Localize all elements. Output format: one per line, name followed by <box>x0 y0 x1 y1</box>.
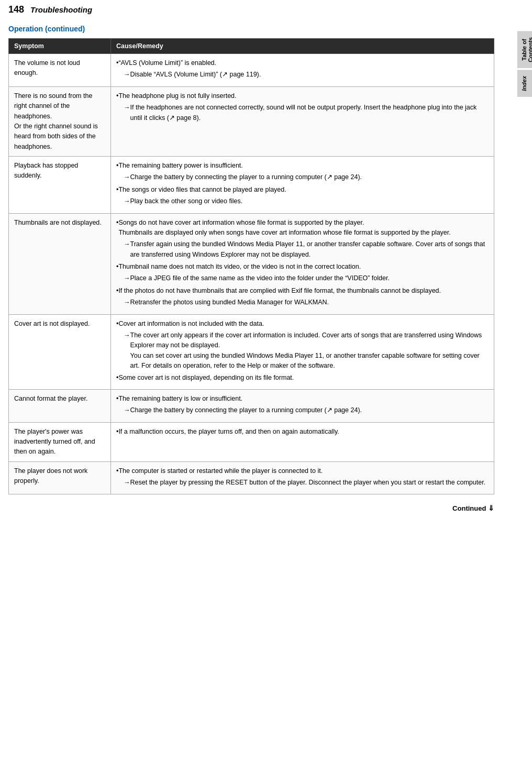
section-title: Operation (continued) <box>8 25 494 33</box>
table-row: Cannot format the player.• The remaining… <box>9 389 494 422</box>
table-row: Thumbnails are not displayed.• Songs do … <box>9 213 494 314</box>
remedy-text: “AVLS (Volume Limit)” is enabled. <box>118 58 216 68</box>
remedy-cell: • The remaining battery power is insuffi… <box>111 157 494 214</box>
col-header-remedy: Cause/Remedy <box>111 39 494 54</box>
arrow-icon: → <box>124 405 130 415</box>
page-title: Troubleshooting <box>30 5 92 14</box>
remedy-text: If a malfunction occurs, the player turn… <box>118 427 339 437</box>
sub-remedy-text: Play back the other song or video files. <box>130 196 243 206</box>
remedy-cell: • Songs do not have cover art informatio… <box>111 213 494 314</box>
continued-footer: Continued ⇓ <box>8 504 494 512</box>
symptom-cell: There is no sound from the right channel… <box>9 86 111 156</box>
toc-tab[interactable]: Table ofContents <box>517 31 532 68</box>
arrow-icon: → <box>124 273 130 283</box>
symptom-cell: The player's power was inadvertently tur… <box>9 422 111 461</box>
remedy-text: Some cover art is not displayed, dependi… <box>118 373 294 383</box>
continued-label: Continued <box>452 504 486 512</box>
sub-remedy-text: Place a JPEG file of the same name as th… <box>130 273 390 283</box>
sub-remedy-text: Transfer again using the bundled Windows… <box>130 239 489 260</box>
remedy-text: Cover art information is not included wi… <box>118 319 264 329</box>
table-row: There is no sound from the right channel… <box>9 86 494 156</box>
sub-remedy-text: Charge the battery by connecting the pla… <box>130 405 362 415</box>
remedy-text: The remaining battery power is insuffici… <box>118 161 242 171</box>
arrow-icon: → <box>124 70 130 80</box>
side-tabs: Table ofContents Index <box>515 0 532 760</box>
col-header-symptom: Symptom <box>9 39 111 54</box>
index-tab[interactable]: Index <box>517 70 532 97</box>
table-row: Cover art is not displayed.• Cover art i… <box>9 314 494 389</box>
sub-remedy-text: If the headphones are not connected corr… <box>130 103 489 123</box>
symptom-cell: The player does not work properly. <box>9 461 111 494</box>
arrow-icon: → <box>124 478 130 488</box>
remedy-text: The computer is started or restarted whi… <box>118 466 323 476</box>
remedy-cell: • Cover art information is not included … <box>111 314 494 389</box>
remedy-cell: • “AVLS (Volume Limit)” is enabled.→ Dis… <box>111 54 494 87</box>
arrow-icon: → <box>124 172 130 182</box>
remedy-cell: • The computer is started or restarted w… <box>111 461 494 494</box>
remedy-text: The headphone plug is not fully inserted… <box>118 91 236 101</box>
remedy-text: If the photos do not have thumbnails tha… <box>118 286 441 296</box>
table-row: The player's power was inadvertently tur… <box>9 422 494 461</box>
arrow-icon: → <box>124 196 130 206</box>
table-row: The volume is not loud enough.• “AVLS (V… <box>9 54 494 87</box>
symptom-cell: Cannot format the player. <box>9 389 111 422</box>
table-row: The player does not work properly.• The … <box>9 461 494 494</box>
page-header: 148 Troubleshooting <box>8 4 494 15</box>
sub-remedy-text: Charge the battery by connecting the pla… <box>130 172 362 182</box>
arrow-icon: → <box>124 239 130 249</box>
remedy-cell: • If a malfunction occurs, the player tu… <box>111 422 494 461</box>
troubleshooting-table: Symptom Cause/Remedy The volume is not l… <box>8 38 494 494</box>
sub-remedy-text: Disable “AVLS (Volume Limit)” (↗ page 11… <box>130 70 261 80</box>
arrow-icon: → <box>124 103 130 113</box>
page-number: 148 <box>8 4 24 15</box>
remedy-text: Thumbnail name does not match its video,… <box>118 262 361 272</box>
sub-remedy-text: Retransfer the photos using bundled Medi… <box>130 298 329 307</box>
arrow-icon: → <box>124 298 130 307</box>
remedy-text: The remaining battery is low or insuffic… <box>118 394 242 404</box>
symptom-cell: The volume is not loud enough. <box>9 54 111 87</box>
symptom-cell: Playback has stopped suddenly. <box>9 157 111 214</box>
sub-remedy-text: The cover art only appears if the cover … <box>130 331 489 371</box>
symptom-cell: Thumbnails are not displayed. <box>9 213 111 314</box>
remedy-cell: • The remaining battery is low or insuff… <box>111 389 494 422</box>
remedy-text: The songs or video files that cannot be … <box>118 185 286 195</box>
arrow-icon: → <box>124 331 130 340</box>
remedy-text: Songs do not have cover art information … <box>118 218 450 238</box>
table-row: Playback has stopped suddenly.• The rema… <box>9 157 494 214</box>
sub-remedy-text: Reset the player by pressing the RESET b… <box>130 478 486 488</box>
down-arrow-icon: ⇓ <box>488 504 494 512</box>
remedy-cell: • The headphone plug is not fully insert… <box>111 86 494 156</box>
symptom-cell: Cover art is not displayed. <box>9 314 111 389</box>
